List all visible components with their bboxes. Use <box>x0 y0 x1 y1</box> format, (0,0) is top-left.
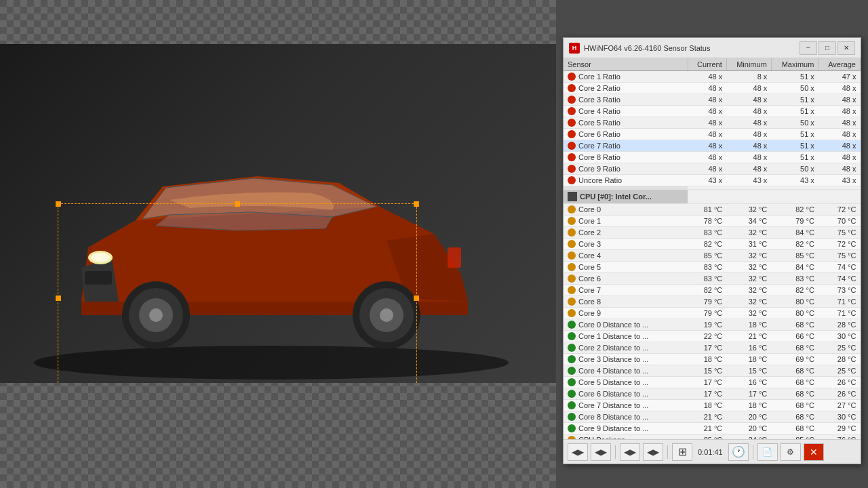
table-row: Core 6 Distance to ... 17 °C 17 °C 68 °C… <box>564 388 861 400</box>
sensor-name-cell: Core 5 Ratio <box>564 117 688 128</box>
sensor-table-container[interactable]: Sensor Current Minimum Maximum Average C… <box>564 58 861 439</box>
monitor-button[interactable]: ⊞ <box>672 443 692 461</box>
settings-button[interactable]: ⚙ <box>781 443 801 461</box>
sensor-avg-cell: 76 °C <box>818 434 861 440</box>
sensor-max-cell: 82 °C <box>771 285 818 296</box>
sensor-min-cell: 48 x <box>726 94 771 106</box>
sensor-name-cell: Core 2 Ratio <box>564 83 688 94</box>
sensor-current-cell: 48 x <box>688 106 726 117</box>
minimize-button[interactable]: − <box>800 41 817 55</box>
close-button[interactable]: ✕ <box>837 41 855 55</box>
sensor-name-cell: Core 8 Ratio <box>564 152 688 163</box>
sensor-avg-cell: 28 °C <box>818 319 861 331</box>
sensor-avg-cell: 48 x <box>818 83 861 94</box>
sensor-min-cell: 32 °C <box>726 204 771 216</box>
table-row: Core 6 83 °C 32 °C 83 °C 74 °C <box>564 273 861 285</box>
nav-prev-button[interactable]: ◀▶ <box>568 443 588 461</box>
sensor-min-cell: 48 x <box>726 129 771 140</box>
sensor-current-cell: 18 °C <box>688 400 726 411</box>
window-title: HWiNFO64 v6.26-4160 Sensor Status <box>584 44 795 52</box>
sensor-avg-cell: 48 x <box>818 94 861 106</box>
sensor-avg-cell: 25 °C <box>818 365 861 377</box>
table-row: Core 7 Ratio 48 x 48 x 51 x 48 x <box>564 140 861 152</box>
sensor-min-cell: 34 °C <box>726 434 771 440</box>
sensor-current-cell: 48 x <box>688 140 726 152</box>
sensor-current-cell: 21 °C <box>688 411 726 423</box>
sensor-avg-cell: 75 °C <box>818 227 861 239</box>
log-button[interactable]: 📄 <box>757 443 778 461</box>
stop-button[interactable]: ✕ <box>804 443 824 461</box>
col-current: Current <box>688 58 726 71</box>
sensor-current-cell: 21 °C <box>688 423 726 434</box>
table-row: Core 2 Ratio 48 x 48 x 50 x 48 x <box>564 83 861 94</box>
table-row: Core 9 79 °C 32 °C 80 °C 71 °C <box>564 308 861 319</box>
sensor-avg-cell: 74 °C <box>818 273 861 285</box>
svg-point-7 <box>149 308 163 322</box>
table-row: Core 0 Distance to ... 19 °C 18 °C 68 °C… <box>564 319 861 331</box>
sensor-name-cell: Core 3 Distance to ... <box>564 354 688 365</box>
sensor-max-cell: 51 x <box>771 129 818 140</box>
group-header-row: CPU [#0]: Intel Cor... <box>564 190 861 204</box>
nav-back-button[interactable]: ◀▶ <box>620 443 640 461</box>
col-maximum: Maximum <box>771 58 818 71</box>
sensor-avg-cell: 47 x <box>818 71 861 83</box>
sensor-avg-cell: 48 x <box>818 140 861 152</box>
sensor-name-cell: Core 1 Distance to ... <box>564 331 688 342</box>
sensor-min-cell: 17 °C <box>726 388 771 400</box>
sensor-min-cell: 48 x <box>726 106 771 117</box>
sensor-name-cell: Core 7 <box>564 285 688 296</box>
table-row: Core 9 Distance to ... 21 °C 20 °C 68 °C… <box>564 423 861 434</box>
clock-button[interactable]: 🕐 <box>728 443 749 461</box>
maximize-button[interactable]: □ <box>818 41 836 55</box>
sensor-max-cell: 85 °C <box>771 250 818 262</box>
sensor-min-cell: 18 °C <box>726 400 771 411</box>
sensor-name-cell: Core 8 Distance to ... <box>564 411 688 422</box>
sensor-max-cell: 68 °C <box>771 319 818 331</box>
sensor-avg-cell: 74 °C <box>818 262 861 273</box>
table-row: Core 0 81 °C 32 °C 82 °C 72 °C <box>564 204 861 216</box>
sensor-avg-cell: 70 °C <box>818 216 861 227</box>
sensor-avg-cell: 27 °C <box>818 400 861 411</box>
sensor-min-cell: 48 x <box>726 163 771 175</box>
table-row: Core 1 Ratio 48 x 8 x 51 x 47 x <box>564 71 861 83</box>
table-row: Core 3 Distance to ... 18 °C 18 °C 69 °C… <box>564 354 861 365</box>
sensor-max-cell: 68 °C <box>771 342 818 354</box>
table-row: Core 3 82 °C 31 °C 82 °C 72 °C <box>564 239 861 250</box>
sensor-max-cell: 51 x <box>771 140 818 152</box>
sensor-min-cell: 32 °C <box>726 308 771 319</box>
sensor-current-cell: 17 °C <box>688 342 726 354</box>
sensor-name-cell: Core 4 Ratio <box>564 106 688 117</box>
sensor-name-cell: Core 6 <box>564 273 688 284</box>
sensor-name-cell: Core 1 <box>564 216 688 226</box>
sensor-max-cell: 51 x <box>771 152 818 163</box>
hwinfo-window: H HWiNFO64 v6.26-4160 Sensor Status − □ … <box>563 37 861 464</box>
sensor-avg-cell: 48 x <box>818 152 861 163</box>
sensor-min-cell: 32 °C <box>726 227 771 239</box>
sensor-max-cell: 84 °C <box>771 227 818 239</box>
sensor-current-cell: 17 °C <box>688 377 726 388</box>
sensor-current-cell: 15 °C <box>688 365 726 377</box>
table-row: Core 8 79 °C 32 °C 80 °C 71 °C <box>564 296 861 308</box>
sensor-min-cell: 43 x <box>726 175 771 186</box>
table-row: Core 1 Distance to ... 22 °C 21 °C 66 °C… <box>564 331 861 342</box>
table-row: Core 4 85 °C 32 °C 85 °C 75 °C <box>564 250 861 262</box>
nav-next-button[interactable]: ◀▶ <box>591 443 611 461</box>
table-row: Core 5 83 °C 32 °C 84 °C 74 °C <box>564 262 861 273</box>
sensor-max-cell: 50 x <box>771 117 818 129</box>
sensor-current-cell: 83 °C <box>688 262 726 273</box>
sensor-name-cell: Core 2 Distance to ... <box>564 342 688 353</box>
table-row: Core 3 Ratio 48 x 48 x 51 x 48 x <box>564 94 861 106</box>
sensor-max-cell: 68 °C <box>771 423 818 434</box>
sensor-max-cell: 82 °C <box>771 204 818 216</box>
sensor-name-cell: Core 9 Distance to ... <box>564 423 688 434</box>
svg-point-11 <box>380 308 393 322</box>
nav-fwd-button[interactable]: ◀▶ <box>643 443 663 461</box>
sensor-current-cell: 83 °C <box>688 273 726 285</box>
sensor-min-cell: 32 °C <box>726 273 771 285</box>
car-svg <box>0 44 556 383</box>
sensor-max-cell: 51 x <box>771 106 818 117</box>
table-row: Core 9 Ratio 48 x 48 x 50 x 48 x <box>564 163 861 175</box>
table-row: CPU Package 85 °C 34 °C 85 °C 76 °C <box>564 434 861 440</box>
app-icon: H <box>569 43 580 54</box>
table-row: Core 7 Distance to ... 18 °C 18 °C 68 °C… <box>564 400 861 411</box>
